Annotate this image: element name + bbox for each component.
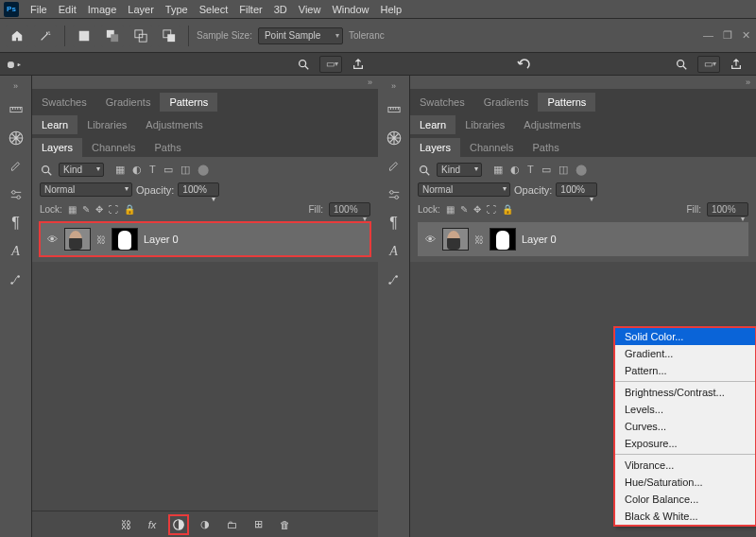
menu-help[interactable]: Help [375, 4, 408, 15]
adjustment-filter-icon[interactable]: ◐ [132, 164, 142, 176]
menu-black-white[interactable]: Black & White... [615, 508, 755, 525]
trash-icon[interactable]: 🗑 [277, 517, 292, 532]
lock-paint-icon[interactable]: ✎ [460, 204, 468, 215]
menu-gradient[interactable]: Gradient... [615, 345, 755, 362]
lock-paint-icon[interactable]: ✎ [82, 204, 90, 215]
glyph-tool-icon[interactable]: A [5, 240, 27, 263]
filter-toggle-icon[interactable]: ⬤ [576, 164, 587, 176]
mask-thumbnail[interactable] [490, 228, 516, 251]
menu-hue-saturation[interactable]: Hue/Saturation... [615, 474, 755, 491]
layer-row[interactable]: 👁 ⛓ Layer 0 [40, 222, 370, 256]
arrange-dropdown[interactable]: ▭ [319, 56, 342, 73]
opacity-input[interactable]: 100% [556, 182, 597, 197]
link-icon[interactable]: ⛓ [96, 234, 106, 245]
tab-swatches[interactable]: Swatches [32, 93, 96, 112]
menu-image[interactable]: Image [82, 4, 123, 15]
tab-patterns[interactable]: Patterns [538, 93, 595, 112]
type-filter-icon[interactable]: T [149, 164, 156, 176]
menu-window[interactable]: Window [326, 4, 374, 15]
pixel-filter-icon[interactable]: ▦ [493, 164, 503, 176]
lock-move-icon[interactable]: ✥ [95, 204, 103, 215]
group-icon[interactable]: 🗀 [224, 517, 239, 532]
lock-artboard-icon[interactable]: ⛶ [487, 204, 496, 215]
adjust-tool-icon[interactable] [383, 183, 405, 206]
brush-tool-icon[interactable] [383, 155, 405, 178]
mask-thumbnail[interactable] [112, 228, 138, 251]
lock-all-icon[interactable]: 🔒 [502, 204, 513, 215]
fill-input[interactable]: 100% [329, 202, 370, 217]
visibility-icon[interactable]: 👁 [423, 234, 437, 245]
minimize-button[interactable]: — [703, 29, 713, 42]
menu-filter[interactable]: Filter [233, 4, 267, 15]
pixel-filter-icon[interactable]: ▦ [115, 164, 125, 176]
add-selection-icon[interactable] [129, 25, 152, 47]
tab-channels[interactable]: Channels [460, 138, 523, 157]
fx-icon[interactable]: fx [145, 517, 160, 532]
visibility-icon[interactable]: 👁 [45, 234, 59, 245]
filter-kind-dropdown[interactable]: Kind [59, 163, 104, 177]
paragraph-tool-icon[interactable]: ¶ [5, 212, 27, 234]
mask-icon[interactable]: ◑ [198, 517, 213, 532]
smart-filter-icon[interactable]: ◫ [180, 164, 190, 176]
home-button[interactable] [6, 25, 28, 47]
lock-transparency-icon[interactable]: ▦ [446, 204, 455, 215]
tab-channels[interactable]: Channels [82, 138, 145, 157]
menu-vibrance[interactable]: Vibrance... [615, 457, 755, 474]
intersect-selection-icon[interactable] [158, 25, 180, 47]
link-layers-icon[interactable]: ⛓ [118, 517, 133, 532]
menu-curves[interactable]: Curves... [615, 418, 755, 435]
search-icon[interactable] [297, 58, 310, 71]
search-icon[interactable] [40, 164, 53, 177]
ruler-tool-icon[interactable] [5, 98, 27, 121]
blend-mode-dropdown[interactable]: Normal [40, 182, 132, 197]
tab-layers[interactable]: Layers [32, 138, 82, 157]
lock-move-icon[interactable]: ✥ [473, 204, 481, 215]
menu-solid-color[interactable]: Solid Color... [615, 328, 755, 345]
menu-pattern[interactable]: Pattern... [615, 362, 755, 379]
new-selection-icon[interactable] [101, 25, 124, 47]
sample-size-dropdown[interactable]: Point Sample [258, 27, 343, 44]
close-button[interactable]: ✕ [742, 29, 750, 42]
paragraph-tool-icon[interactable]: ¶ [383, 212, 405, 234]
tab-patterns[interactable]: Patterns [160, 93, 217, 112]
filter-toggle-icon[interactable]: ⬤ [198, 164, 209, 176]
filter-kind-dropdown[interactable]: Kind [437, 163, 482, 177]
tab-swatches[interactable]: Swatches [410, 93, 474, 112]
fill-input[interactable]: 100% [707, 202, 748, 217]
path-tool-icon[interactable] [383, 268, 405, 291]
layer-name-label[interactable]: Layer 0 [144, 234, 179, 245]
search-icon[interactable] [675, 58, 688, 71]
tab-learn[interactable]: Learn [32, 115, 77, 134]
layer-thumbnail[interactable] [64, 228, 91, 251]
adjust-tool-icon[interactable] [5, 183, 27, 206]
link-icon[interactable]: ⛓ [474, 234, 484, 245]
menu-3d[interactable]: 3D [268, 4, 293, 15]
tab-paths[interactable]: Paths [524, 138, 569, 157]
lock-transparency-icon[interactable]: ▦ [68, 204, 77, 215]
tab-libraries[interactable]: Libraries [77, 115, 136, 134]
wheel-tool-icon[interactable] [5, 127, 27, 149]
layer-square-icon[interactable] [73, 25, 95, 47]
adjustment-filter-icon[interactable]: ◐ [510, 164, 520, 176]
tab-gradients[interactable]: Gradients [96, 93, 161, 112]
wheel-tool-icon[interactable] [383, 127, 405, 149]
tab-adjustments[interactable]: Adjustments [136, 115, 213, 134]
maximize-button[interactable]: ❐ [723, 29, 732, 42]
tab-libraries[interactable]: Libraries [455, 115, 514, 134]
arrange-dropdown[interactable]: ▭ [697, 56, 720, 73]
new-layer-icon[interactable]: ⊞ [250, 517, 266, 532]
layer-name-label[interactable]: Layer 0 [522, 234, 557, 245]
recorder-icon[interactable]: ⏺▸ [6, 59, 22, 70]
menu-view[interactable]: View [293, 4, 327, 15]
menu-color-balance[interactable]: Color Balance... [615, 491, 755, 508]
path-tool-icon[interactable] [5, 268, 27, 291]
menu-edit[interactable]: Edit [53, 4, 82, 15]
glyph-tool-icon[interactable]: A [383, 240, 405, 263]
tab-adjustments[interactable]: Adjustments [514, 115, 591, 134]
lock-all-icon[interactable]: 🔒 [124, 204, 135, 215]
lock-artboard-icon[interactable]: ⛶ [109, 204, 118, 215]
tab-gradients[interactable]: Gradients [474, 93, 539, 112]
undo-icon[interactable] [516, 57, 531, 72]
shape-filter-icon[interactable]: ▭ [163, 164, 173, 176]
tab-layers[interactable]: Layers [410, 138, 460, 157]
